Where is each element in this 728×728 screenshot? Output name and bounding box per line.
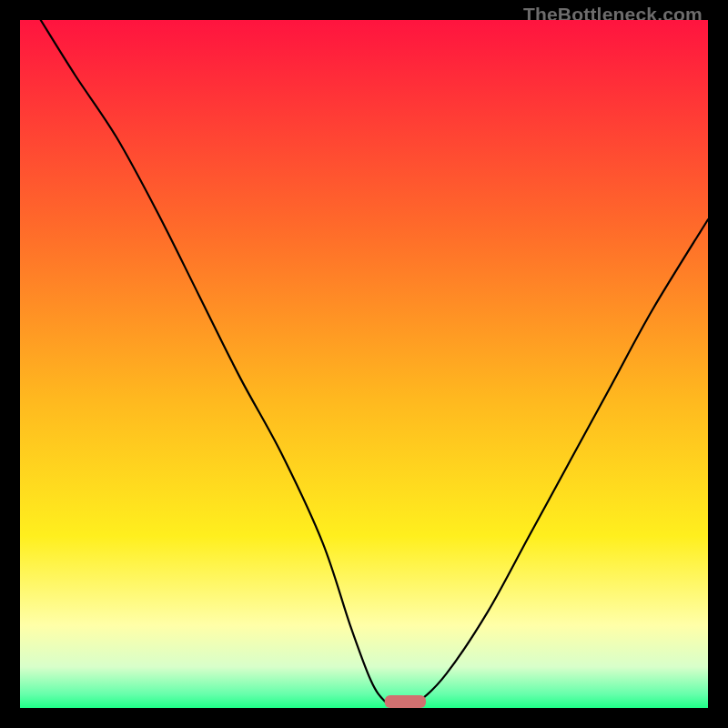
trough-marker (385, 695, 426, 708)
chart-svg (20, 20, 708, 708)
gradient-background (20, 20, 708, 708)
